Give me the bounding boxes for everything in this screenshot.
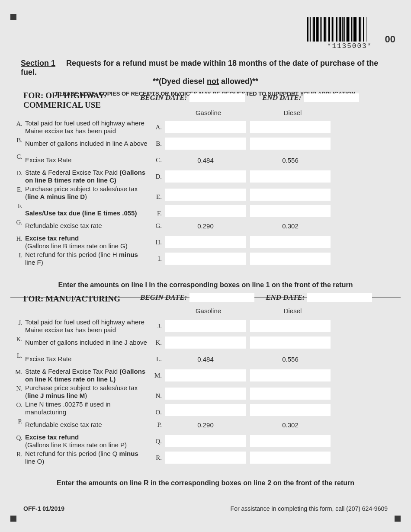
cell-H-diesel[interactable] <box>250 236 331 248</box>
cell-F-gas[interactable] <box>165 205 246 217</box>
input-R-gas[interactable] <box>165 452 246 464</box>
input-M-gas[interactable] <box>165 369 246 381</box>
cell-O-gas[interactable] <box>165 404 246 416</box>
input-B-gas[interactable] <box>165 138 246 150</box>
input-Q-gas[interactable] <box>165 435 246 447</box>
input-D-gas[interactable] <box>165 170 246 183</box>
section-label: Section 1 <box>21 59 55 67</box>
cell-K-diesel[interactable] <box>250 337 331 349</box>
cell-F-diesel[interactable] <box>250 205 331 217</box>
line-marker-right: G. <box>148 222 165 230</box>
barcode-block: *1135003* <box>307 17 392 50</box>
cell-B-gas[interactable] <box>165 138 246 150</box>
line-desc: Excise tax refund(Gallons line B times r… <box>22 234 148 250</box>
cell-I-gas[interactable] <box>165 253 246 265</box>
input-O-gas[interactable] <box>165 404 246 416</box>
input-I-gas[interactable] <box>165 253 246 265</box>
line-marker-right: H. <box>148 239 165 246</box>
cell-I-diesel[interactable] <box>250 253 331 265</box>
cell-L-diesel: 0.556 <box>250 353 331 365</box>
cell-C-gas: 0.484 <box>165 154 246 166</box>
cell-R-gas[interactable] <box>165 452 246 464</box>
line-marker: I. <box>10 251 22 259</box>
input-J-gas[interactable] <box>165 320 246 332</box>
cell-N-gas[interactable] <box>165 388 246 400</box>
line-marker: F. <box>10 202 22 210</box>
input-N-gas[interactable] <box>165 388 246 400</box>
line-marker: C. <box>10 152 22 160</box>
end-date-input-2[interactable] <box>307 293 372 302</box>
input-A-gas[interactable] <box>165 121 246 133</box>
line-marker: R. <box>10 450 22 458</box>
input-H-gas[interactable] <box>165 236 246 248</box>
line-N: N.Purchase price subject to sales/use ta… <box>10 384 401 400</box>
input-I-diesel[interactable] <box>250 253 331 265</box>
line-H: H.Excise tax refund(Gallons line B times… <box>10 234 401 250</box>
begin-date-input-1[interactable] <box>189 93 245 102</box>
cell-D-gas[interactable] <box>165 170 246 183</box>
input-F-gas[interactable] <box>165 205 246 217</box>
line-M: M.State & Federal Excise Tax Paid (Gallo… <box>10 368 401 383</box>
input-F-diesel[interactable] <box>250 205 331 217</box>
form-id: OFF-1 01/2019 <box>23 505 64 512</box>
cell-B-diesel[interactable] <box>250 138 331 150</box>
input-O-diesel[interactable] <box>250 404 331 416</box>
end-date-input-1[interactable] <box>304 93 359 102</box>
line-desc: Total paid for fuel used off highway whe… <box>22 318 148 334</box>
cell-E-gas[interactable] <box>165 189 246 201</box>
line-desc: Refundable excise tax rate <box>22 222 148 230</box>
line-G: G.Refundable excise tax rateG.0.2900.302 <box>10 218 401 234</box>
col-diesel: Diesel <box>250 109 335 116</box>
cell-G-gas: 0.290 <box>165 220 246 232</box>
begin-date-label: BEGIN DATE: <box>140 93 187 102</box>
line-marker-right: D. <box>148 173 165 180</box>
line-P: P.Refundable excise tax rateP.0.2900.302 <box>10 417 401 433</box>
input-A-diesel[interactable] <box>250 121 331 133</box>
cell-Q-diesel[interactable] <box>250 435 331 447</box>
cell-K-gas[interactable] <box>165 337 246 349</box>
line-marker: K. <box>10 335 22 343</box>
input-D-diesel[interactable] <box>250 170 331 183</box>
cell-O-diesel[interactable] <box>250 404 331 416</box>
line-desc: Excise Tax Rate <box>22 355 148 363</box>
input-M-diesel[interactable] <box>250 369 331 381</box>
cell-G-diesel: 0.302 <box>250 220 331 232</box>
input-K-gas[interactable] <box>165 337 246 349</box>
columns-header-1: Gasoline Diesel <box>166 109 339 116</box>
input-H-diesel[interactable] <box>250 236 331 248</box>
input-K-diesel[interactable] <box>250 337 331 349</box>
footer-assist: For assistance in completing this form, … <box>231 505 388 512</box>
line-marker-right: I. <box>148 255 165 263</box>
cell-R-diesel[interactable] <box>250 452 331 464</box>
end-date-label-2: END DATE: <box>266 293 305 302</box>
header-sub-not: not <box>207 77 219 86</box>
input-B-diesel[interactable] <box>250 138 331 150</box>
cell-H-gas[interactable] <box>165 236 246 248</box>
line-desc: Sales/Use tax due (line E times .055) <box>22 209 148 217</box>
line-marker: Q. <box>10 433 22 442</box>
col-gasoline: Gasoline <box>166 109 250 116</box>
line-marker: E. <box>10 185 22 193</box>
cell-N-diesel[interactable] <box>250 388 331 400</box>
corner-marker-br <box>395 516 401 522</box>
line-marker-right: Q. <box>148 438 165 445</box>
cell-Q-gas[interactable] <box>165 435 246 447</box>
input-E-diesel[interactable] <box>250 189 331 201</box>
cell-E-diesel[interactable] <box>250 189 331 201</box>
cell-J-diesel[interactable] <box>250 320 331 332</box>
input-Q-diesel[interactable] <box>250 435 331 447</box>
header-main: Requests for a refund must be made withi… <box>21 59 378 77</box>
cell-A-gas[interactable] <box>165 121 246 133</box>
cell-J-gas[interactable] <box>165 320 246 332</box>
cell-M-gas[interactable] <box>165 369 246 381</box>
cell-D-diesel[interactable] <box>250 170 331 183</box>
begin-date-input-2[interactable] <box>189 293 254 302</box>
cell-M-diesel[interactable] <box>250 369 331 381</box>
input-J-diesel[interactable] <box>250 320 331 332</box>
col-diesel-2: Diesel <box>250 307 335 314</box>
cell-A-diesel[interactable] <box>250 121 331 133</box>
input-E-gas[interactable] <box>165 189 246 201</box>
input-R-diesel[interactable] <box>250 452 331 464</box>
line-I: I.Net refund for this period (line H min… <box>10 251 401 266</box>
input-N-diesel[interactable] <box>250 388 331 400</box>
